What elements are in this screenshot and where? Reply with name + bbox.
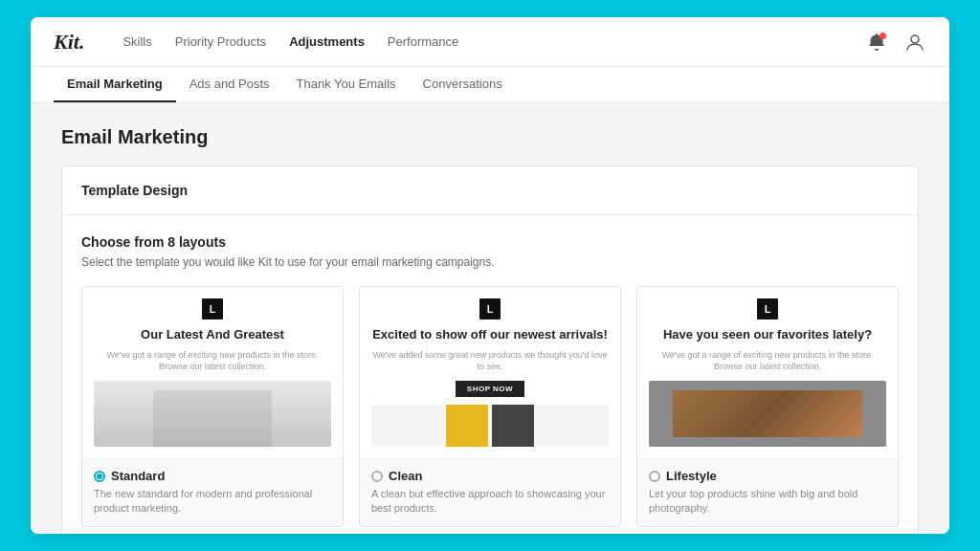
shirt-yellow [446, 405, 488, 447]
templates-grid: L Our Latest And Greatest We've got a ra… [81, 286, 899, 527]
notification-dot [880, 33, 886, 39]
template-info-lifestyle: Lifestyle Let your top products shine wi… [637, 459, 898, 526]
template-design-card: Template Design Choose from 8 layouts Se… [61, 165, 919, 534]
logo: Kit. [54, 30, 84, 55]
template-subtext-standard: We've got a range of exciting new produc… [94, 349, 331, 373]
template-standard[interactable]: L Our Latest And Greatest We've got a ra… [81, 286, 344, 527]
notification-icon[interactable] [865, 31, 888, 54]
section-desc: Select the template you would like Kit t… [81, 255, 899, 269]
top-nav: Kit. Skills Priority Products Adjustment… [31, 17, 949, 67]
nav-adjustments[interactable]: Adjustments [289, 34, 365, 49]
template-image-clean [371, 405, 609, 447]
page-title: Email Marketing [61, 126, 919, 148]
template-image-lifestyle [649, 381, 886, 447]
template-info-clean: Clean A clean but effective approach to … [360, 459, 620, 526]
card-header-title: Template Design [81, 183, 188, 198]
card-body: Choose from 8 layouts Select the templat… [62, 215, 918, 534]
radio-lifestyle[interactable] [649, 471, 660, 482]
template-subtext-clean: We've added some great new products we t… [371, 349, 609, 373]
subnav-thank-you-emails[interactable]: Thank You Emails [283, 77, 410, 102]
svg-point-0 [911, 35, 919, 43]
nav-skills[interactable]: Skills [122, 34, 151, 49]
radio-standard[interactable] [94, 471, 105, 482]
template-badge-standard: L [202, 298, 223, 320]
template-preview-standard: L Our Latest And Greatest We've got a ra… [82, 287, 343, 459]
template-clean[interactable]: L Excited to show off our newest arrival… [359, 286, 621, 527]
main-content: Email Marketing Template Design Choose f… [31, 103, 949, 534]
template-name-row-clean: Clean [371, 469, 609, 483]
template-name-lifestyle: Lifestyle [666, 469, 717, 483]
template-lifestyle[interactable]: L Have you seen our favorites lately? We… [636, 286, 899, 527]
template-cta-clean: SHOP NOW [456, 381, 524, 397]
template-desc-standard: The new standard for modern and professi… [94, 487, 331, 517]
template-headline-clean: Excited to show off our newest arrivals! [372, 327, 608, 343]
nav-links: Skills Priority Products Adjustments Per… [122, 34, 835, 49]
template-subtext-lifestyle: We've got a range of exciting new produc… [649, 349, 886, 373]
template-image-standard [94, 381, 331, 447]
section-title: Choose from 8 layouts [81, 234, 899, 250]
template-badge-clean: L [479, 298, 501, 320]
subnav-conversations[interactable]: Conversations [410, 77, 516, 102]
template-headline-lifestyle: Have you seen our favorites lately? [663, 327, 872, 343]
template-desc-clean: A clean but effective approach to showca… [371, 487, 609, 517]
template-badge-lifestyle: L [757, 298, 778, 320]
nav-performance[interactable]: Performance [388, 34, 458, 49]
sub-nav: Email Marketing Ads and Posts Thank You … [31, 67, 949, 103]
subnav-ads-and-posts[interactable]: Ads and Posts [176, 77, 283, 102]
radio-clean[interactable] [371, 471, 383, 482]
template-name-row-standard: Standard [94, 469, 331, 483]
template-info-standard: Standard The new standard for modern and… [82, 459, 343, 526]
profile-icon[interactable] [903, 31, 926, 54]
nav-icons [865, 31, 926, 54]
subnav-email-marketing[interactable]: Email Marketing [54, 77, 176, 102]
template-desc-lifestyle: Let your top products shine with big and… [649, 487, 886, 517]
template-name-clean: Clean [389, 469, 422, 483]
app-window: Kit. Skills Priority Products Adjustment… [31, 17, 949, 534]
template-preview-clean: L Excited to show off our newest arrival… [360, 287, 620, 459]
template-name-row-lifestyle: Lifestyle [649, 469, 886, 483]
card-header: Template Design [62, 166, 918, 215]
nav-priority-products[interactable]: Priority Products [175, 34, 266, 49]
template-name-standard: Standard [111, 469, 165, 483]
shirt-gray [492, 405, 534, 447]
template-preview-lifestyle: L Have you seen our favorites lately? We… [637, 287, 898, 459]
template-headline-standard: Our Latest And Greatest [141, 327, 284, 343]
